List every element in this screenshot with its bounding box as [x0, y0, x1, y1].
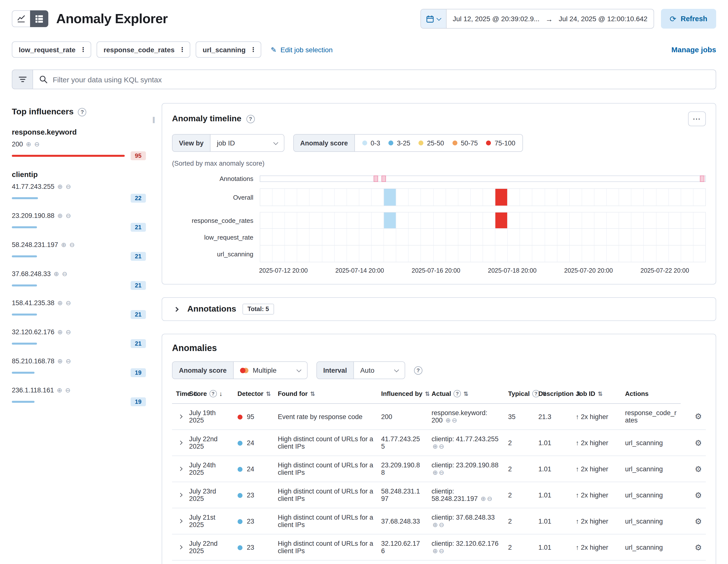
swimlane-cell[interactable] [693, 189, 705, 206]
swimlane-cell[interactable] [495, 189, 508, 206]
swimlane-cell[interactable] [607, 229, 619, 245]
swimlane-cell[interactable] [458, 189, 471, 206]
swimlane-cell[interactable] [508, 246, 520, 262]
swimlane-cell[interactable] [433, 229, 446, 245]
swimlane-cell[interactable] [285, 189, 297, 206]
swimlane-cell[interactable] [693, 246, 705, 262]
swimlane-cell[interactable] [334, 189, 347, 206]
swimlane-cell[interactable] [656, 229, 669, 245]
swimlane-cell[interactable] [334, 229, 347, 245]
swimlane-cell[interactable] [322, 229, 334, 245]
swimlane-cell[interactable] [372, 189, 384, 206]
swimlane-cell[interactable] [409, 229, 421, 245]
severity-select[interactable]: Multiple [233, 362, 307, 379]
swimlane-cell[interactable] [359, 229, 372, 245]
influencer-value[interactable]: 32.120.62.176 [12, 328, 54, 336]
filter-in-icon[interactable]: ⊕ [57, 387, 62, 394]
swimlane-cell[interactable] [396, 189, 409, 206]
filter-in-icon[interactable]: ⊕ [481, 495, 486, 502]
column-header-typical[interactable]: Typical?⇅ [504, 384, 535, 404]
swimlane-cell[interactable] [607, 212, 619, 228]
filter-in-icon[interactable]: ⊕ [57, 183, 63, 190]
kebab-menu-icon[interactable]: ⋮ [250, 46, 257, 53]
sort-icon[interactable]: ⇅ [310, 390, 315, 397]
swimlane-cell[interactable] [533, 246, 545, 262]
filter-out-icon[interactable]: ⊖ [439, 547, 444, 555]
filter-out-icon[interactable]: ⊖ [66, 299, 71, 307]
swimlane-cell[interactable] [533, 189, 545, 206]
swimlane-cell[interactable] [409, 212, 421, 228]
sort-icon[interactable]: ⇅ [598, 390, 603, 397]
filter-out-icon[interactable]: ⊖ [439, 521, 444, 529]
influencer-value[interactable]: 58.248.231.197 [12, 241, 58, 248]
swimlane-cell[interactable] [582, 229, 594, 245]
swimlane-cell[interactable] [297, 229, 310, 245]
swimlane-cell[interactable] [297, 212, 310, 228]
filter-in-icon[interactable]: ⊕ [433, 443, 438, 450]
swimlane-cell[interactable] [632, 246, 644, 262]
row-expand-button[interactable] [176, 491, 185, 499]
filter-toggle-button[interactable] [12, 70, 33, 89]
row-actions-button[interactable]: ⚙ [695, 438, 702, 447]
column-header-detector[interactable]: Detector⇅ [234, 384, 274, 404]
row-actions-button[interactable]: ⚙ [695, 490, 702, 500]
swimlane-cell[interactable] [681, 246, 693, 262]
filter-out-icon[interactable]: ⊖ [62, 270, 67, 278]
filter-in-icon[interactable]: ⊕ [433, 547, 438, 555]
swimlane-cell[interactable] [384, 189, 396, 206]
swimlane-cell[interactable] [260, 246, 273, 262]
swimlane-cell[interactable] [384, 229, 396, 245]
swimlane-cell[interactable] [285, 212, 297, 228]
swimlane-cell[interactable] [310, 189, 322, 206]
help-icon[interactable]: ? [453, 390, 461, 397]
influencer-value[interactable]: 200 [12, 141, 23, 148]
annotations-expand-button[interactable] [171, 304, 181, 314]
help-icon[interactable]: ? [246, 115, 255, 123]
swimlane-cell[interactable] [433, 189, 446, 206]
swimlane-cell[interactable] [545, 212, 557, 228]
swimlane-cell[interactable] [594, 229, 607, 245]
swimlane-cell[interactable] [669, 212, 681, 228]
interval-select[interactable]: Auto [353, 362, 405, 379]
help-icon[interactable]: ? [78, 108, 87, 116]
swimlane-cell[interactable] [520, 246, 533, 262]
swimlane-cell[interactable] [409, 246, 421, 262]
filter-in-icon[interactable]: ⊕ [433, 469, 438, 476]
date-range-picker[interactable]: Jul 12, 2025 @ 20:39:02.9... → Jul 24, 2… [421, 9, 654, 29]
swimlane-cell[interactable] [433, 212, 446, 228]
swimlane-cell[interactable] [347, 229, 359, 245]
swimlane-cell[interactable] [260, 229, 273, 245]
influencer-value[interactable]: 158.41.235.38 [12, 299, 54, 307]
swimlane-cell[interactable] [669, 246, 681, 262]
swimlane-cell[interactable] [372, 246, 384, 262]
swimlane-cell[interactable] [359, 212, 372, 228]
swimlane-cell[interactable] [681, 229, 693, 245]
table-view-button[interactable] [30, 10, 48, 27]
column-header-score[interactable]: Score?↓ [185, 384, 233, 404]
date-picker-calendar-button[interactable] [421, 9, 447, 28]
swimlane-cell[interactable] [421, 212, 433, 228]
kql-search-input[interactable] [53, 75, 709, 84]
sort-icon[interactable]: ⇅ [425, 390, 430, 397]
swimlane-cell[interactable] [520, 212, 533, 228]
row-actions-button[interactable]: ⚙ [695, 516, 702, 526]
swimlane-cell[interactable] [669, 229, 681, 245]
edit-job-selection-button[interactable]: ✎ Edit job selection [271, 46, 333, 53]
annotation-mark[interactable] [381, 176, 386, 182]
timeline-options-button[interactable]: ··· [688, 111, 706, 126]
swimlane-cell[interactable] [471, 246, 483, 262]
swimlane-cell[interactable] [557, 246, 570, 262]
swimlane-cell[interactable] [359, 189, 372, 206]
swimlane-cell[interactable] [520, 229, 533, 245]
filter-out-icon[interactable]: ⊖ [65, 387, 71, 394]
swimlane-cell[interactable] [533, 212, 545, 228]
filter-out-icon[interactable]: ⊖ [66, 328, 71, 336]
swimlane-cell[interactable] [545, 189, 557, 206]
swimlane-cell[interactable] [570, 246, 582, 262]
swimlane-cell[interactable] [409, 189, 421, 206]
swimlane-cell[interactable] [421, 229, 433, 245]
filter-out-icon[interactable]: ⊖ [66, 183, 71, 190]
swimlane-cell[interactable] [582, 189, 594, 206]
swimlane-cell[interactable] [693, 229, 705, 245]
swimlane-cell[interactable] [446, 229, 458, 245]
